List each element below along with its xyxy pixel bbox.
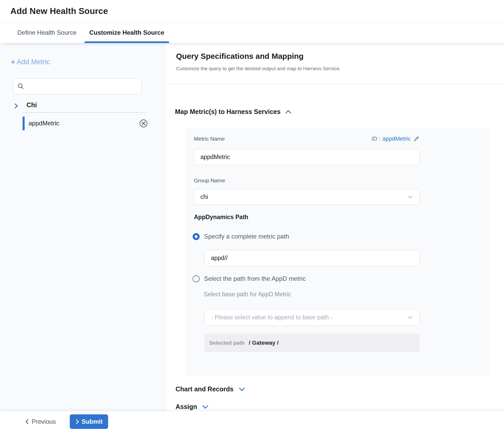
- metric-id-row: ID : appdMetric: [372, 135, 419, 142]
- metrics-sidebar: + Add Metric Chi appdMetric: [0, 43, 165, 411]
- chevron-right-icon[interactable]: [13, 103, 19, 110]
- selected-indicator-bar: [23, 117, 25, 130]
- appdynamics-path-label: AppDynamics Path: [194, 214, 248, 221]
- base-path-label: Select base path for AppD Metric: [204, 291, 291, 298]
- metric-list-item[interactable]: appdMetric: [0, 116, 165, 131]
- previous-label: Previous: [32, 418, 56, 425]
- tab-define-health-source[interactable]: Define Health Source: [13, 22, 81, 43]
- page-title: Add New Health Source: [10, 6, 108, 16]
- dialog-header: Add New Health Source: [0, 0, 504, 22]
- radio-unselected-icon[interactable]: [193, 275, 200, 282]
- metric-mapping-form: Metric Name ID : appdMetric Group Name c…: [185, 128, 490, 376]
- submit-button[interactable]: Submit: [70, 414, 108, 429]
- add-metric-label: Add Metric: [17, 58, 50, 66]
- id-label: ID :: [372, 135, 380, 142]
- selected-path-label: Selected path: [209, 340, 245, 346]
- tab-label: Customize Health Source: [89, 29, 164, 36]
- group-name-select[interactable]: chi: [194, 189, 419, 205]
- assign-title: Assign: [176, 403, 197, 411]
- footer-action-bar: Previous Submit: [0, 411, 504, 432]
- chevron-right-icon: [75, 419, 79, 424]
- previous-button[interactable]: Previous: [25, 418, 56, 425]
- complete-metric-path-input[interactable]: [205, 250, 419, 266]
- query-spec-panel: Query Specifications and Mapping Customi…: [165, 43, 504, 411]
- section-subheading: Customize the query to get the desired o…: [176, 66, 341, 71]
- sidebar-divider: [23, 112, 147, 113]
- group-name-label: Group Name: [194, 177, 225, 184]
- tab-label: Define Health Source: [17, 29, 76, 36]
- chevron-left-icon: [25, 419, 29, 425]
- section-heading: Query Specifications and Mapping: [176, 52, 304, 61]
- tab-customize-health-source[interactable]: Customize Health Source: [85, 22, 169, 43]
- metric-name-header-row: Metric Name ID : appdMetric: [194, 135, 419, 142]
- chart-and-records-title: Chart and Records: [176, 385, 234, 393]
- plus-icon: +: [11, 58, 15, 66]
- add-metric-button[interactable]: + Add Metric: [11, 58, 50, 66]
- radio-select-appd-path[interactable]: Select the path from the AppD metric: [193, 275, 306, 282]
- group-name-value: chi: [200, 193, 208, 200]
- chevron-down-icon: [407, 195, 413, 199]
- metric-search-input[interactable]: [27, 83, 137, 90]
- metric-search-box: [13, 78, 142, 94]
- radio-label: Specify a complete metric path: [204, 233, 289, 240]
- search-icon: [17, 83, 24, 90]
- selected-path-bar: Selected path / Gateway /: [205, 333, 419, 352]
- submit-label: Submit: [82, 418, 103, 425]
- map-metrics-title: Map Metric(s) to Harness Services: [175, 108, 281, 116]
- metric-item-label: appdMetric: [29, 120, 59, 127]
- metric-group-label: Chi: [26, 101, 37, 109]
- radio-selected-icon[interactable]: [193, 233, 200, 240]
- add-health-source-dialog: Add New Health Source Define Health Sour…: [0, 0, 504, 432]
- content-divider: [165, 84, 504, 84]
- tab-bar: Define Health Source Customize Health So…: [0, 22, 504, 43]
- metric-name-input[interactable]: [194, 149, 419, 165]
- radio-label: Select the path from the AppD metric: [204, 275, 306, 282]
- metric-name-label: Metric Name: [194, 136, 225, 142]
- assign-section-header[interactable]: Assign: [176, 403, 209, 411]
- radio-complete-metric-path[interactable]: Specify a complete metric path: [193, 233, 289, 240]
- chevron-down-icon[interactable]: [202, 405, 209, 409]
- metric-group-row[interactable]: Chi: [0, 100, 165, 112]
- base-path-select[interactable]: - Please select value to append to base …: [205, 309, 419, 326]
- chevron-down-icon: [407, 316, 413, 319]
- chart-and-records-section-header[interactable]: Chart and Records: [176, 385, 246, 393]
- remove-metric-icon[interactable]: [139, 119, 148, 128]
- selected-path-value: / Gateway /: [249, 340, 279, 346]
- id-value-link[interactable]: appdMetric: [382, 135, 411, 142]
- edit-pencil-icon[interactable]: [413, 136, 419, 142]
- chevron-up-icon[interactable]: [285, 110, 292, 114]
- map-metrics-section-header[interactable]: Map Metric(s) to Harness Services: [175, 108, 292, 116]
- dialog-body: + Add Metric Chi appdMetric: [0, 43, 504, 411]
- base-path-placeholder: - Please select value to append to base …: [211, 314, 332, 321]
- chevron-down-icon[interactable]: [238, 387, 246, 392]
